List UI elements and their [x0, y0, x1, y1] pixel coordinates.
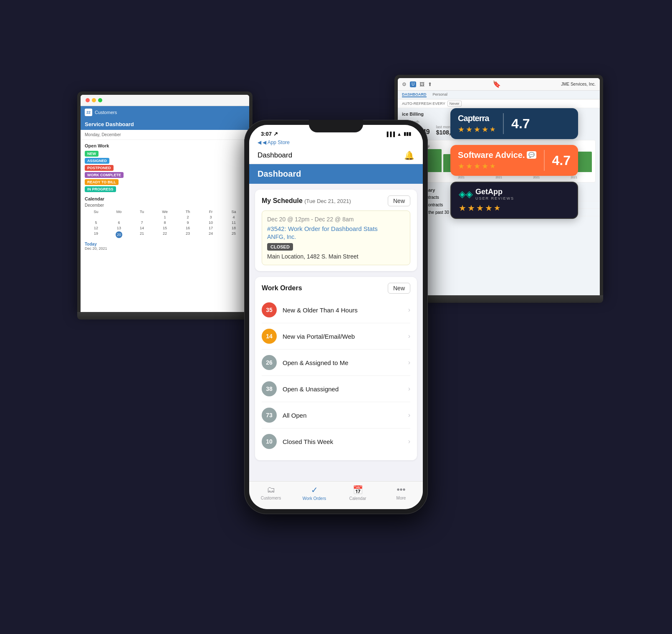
tab-work-orders[interactable]: ✓ Work Orders	[293, 485, 336, 501]
schedule-location: Main Location, 1482 S. Main Street	[267, 253, 405, 260]
chevron-right-icon: ›	[408, 359, 410, 366]
cal-day: 8	[154, 220, 176, 225]
phone-nav-title: Dashboard	[258, 151, 292, 160]
laptop-left-tab-bar: 22 Customers	[81, 106, 249, 119]
schedule-work-order-link[interactable]: #3542: Work Order for Dashboard Stats	[267, 225, 405, 232]
wo-row-open-assigned[interactable]: 26 Open & Assigned to Me ›	[262, 350, 410, 376]
auto-refresh-label: AUTO-REFRESH EVERY	[402, 101, 445, 106]
laptop-left-subtitle: Monday, December	[81, 130, 249, 140]
bell-icon[interactable]: 🔔	[404, 150, 414, 160]
calendar-section: Calendar December Su Mo Tu We Th Fr Sa 1	[81, 193, 249, 254]
nav-personal[interactable]: Personal	[433, 92, 448, 97]
badge-ready-to-bill: READY TO BILL	[85, 179, 119, 185]
wo-label-closed-week: Closed This Week	[283, 438, 402, 445]
maximize-dot[interactable]	[98, 98, 102, 102]
cal-day	[85, 215, 107, 220]
calendar-grid: Su Mo Tu We Th Fr Sa 1 2 3 4	[85, 209, 245, 238]
nav-dashboard[interactable]: DASHBOARD	[402, 92, 427, 97]
capterra-score: 4.7	[511, 116, 530, 132]
phone-content[interactable]: My Schedule (Tue Dec 21, 2021) New Dec 2…	[249, 184, 423, 481]
tab-customers[interactable]: 🗂 Customers	[249, 485, 293, 501]
cal-day: 5	[85, 220, 107, 225]
wo-label-new-portal: New via Portal/Email/Web	[283, 333, 402, 340]
bookmark-icon: 🔖	[493, 80, 501, 88]
cal-header-fr: Fr	[200, 209, 222, 214]
tab-calendar[interactable]: 📅 Calendar	[336, 485, 379, 501]
wo-row-closed-week[interactable]: 10 Closed This Week ›	[262, 429, 410, 454]
getapp-sub: USER REVIEWS	[475, 196, 514, 200]
wo-badge-35: 35	[262, 302, 277, 317]
laptop-left-title: Service Dashboard	[85, 121, 134, 127]
sa-star-4: ★	[482, 162, 488, 171]
wo-label-open-unassigned: Open & Unassigned	[283, 385, 402, 393]
software-advice-badge[interactable]: Software Advice. 💬 ★ ★ ★ ★ ★ 4.7	[450, 145, 578, 176]
getapp-badge[interactable]: ◈◈ GetApp USER REVIEWS ★ ★ ★ ★ ★	[450, 182, 578, 219]
cal-day: 23	[177, 231, 199, 238]
star-4: ★	[482, 125, 488, 134]
schedule-title: My Schedule (Tue Dec 21, 2021)	[262, 197, 351, 205]
cal-header-su: Su	[85, 209, 107, 214]
chevron-right-icon: ›	[408, 385, 410, 393]
laptop-left-header: Service Dashboard	[81, 119, 249, 130]
wo-row-open-unassigned[interactable]: 38 Open & Unassigned ›	[262, 376, 410, 402]
today-date: Dec 20, 2021	[85, 246, 245, 251]
schedule-item[interactable]: Dec 20 @ 12pm - Dec 22 @ 8am #3542: Work…	[262, 210, 410, 265]
user-icon: U	[410, 81, 416, 87]
back-bar[interactable]: ◀ ◀ App Store	[249, 139, 423, 148]
schedule-time: Dec 20 @ 12pm - Dec 22 @ 8am	[267, 216, 405, 223]
laptop-left-tab-label: Customers	[95, 110, 117, 115]
cal-day: 7	[131, 220, 153, 225]
cal-day: 13	[108, 226, 130, 231]
schedule-title-text: My Schedule	[262, 197, 303, 204]
gear-icon: ⚙	[402, 81, 407, 87]
open-work-title: Open Work	[81, 140, 249, 150]
tab-customers-label: Customers	[261, 496, 281, 500]
today-label: Today	[85, 242, 245, 246]
cal-day: 25	[222, 231, 245, 238]
badge-assigned: ASSIGNED	[85, 158, 109, 164]
sa-star-2: ★	[466, 162, 472, 171]
phone-header-title: Dashboard	[258, 169, 301, 178]
badge-work-complete: WORK COMPLETE	[85, 172, 124, 178]
wo-row-new-portal[interactable]: 14 New via Portal/Email/Web ›	[262, 323, 410, 350]
sa-star-half: ★	[490, 162, 495, 170]
bottom-spacer	[249, 460, 423, 469]
capterra-logo-area: Capterra ★ ★ ★ ★ ★	[458, 114, 495, 134]
cal-header-we: We	[154, 209, 176, 214]
getapp-stars-row: ★ ★ ★ ★ ★	[459, 203, 514, 213]
status-icons: ▐▐▐ ▲ ▮▮▮	[385, 131, 411, 137]
schedule-date: (Tue Dec 21, 2021)	[304, 198, 351, 204]
getapp-logo-area: ◈◈ GetApp USER REVIEWS ★ ★ ★ ★ ★	[459, 188, 514, 213]
cal-day: 16	[177, 226, 199, 231]
cal-day: 4	[222, 215, 245, 220]
schedule-new-button[interactable]: New	[388, 195, 410, 206]
tab-more[interactable]: ••• More	[379, 485, 423, 501]
minimize-dot[interactable]	[92, 98, 96, 102]
calendar-title: Calendar	[85, 196, 245, 201]
work-orders-header: Work Orders New	[262, 283, 410, 294]
wo-row-new-older[interactable]: 35 New & Older Than 4 Hours ›	[262, 297, 410, 323]
cal-header-sa: Sa	[222, 209, 245, 214]
close-dot[interactable]	[86, 98, 90, 102]
cal-day: 2	[177, 215, 199, 220]
signal-icon: ▐▐▐	[385, 132, 395, 137]
wo-row-all-open[interactable]: 73 All Open ›	[262, 402, 410, 429]
wo-badge-14: 14	[262, 329, 277, 344]
cal-day: 6	[108, 220, 130, 225]
work-orders-icon: ✓	[311, 485, 318, 495]
calendar-icon: 📅	[353, 485, 363, 495]
divider	[503, 113, 504, 134]
calendar-month: December	[85, 203, 245, 208]
wo-new-button[interactable]: New	[388, 283, 410, 294]
star-half: ★	[490, 125, 495, 133]
capterra-badge[interactable]: Capterra ★ ★ ★ ★ ★ 4.7	[450, 108, 578, 139]
wo-label-new-older: New & Older Than 4 Hours	[283, 307, 402, 314]
capterra-name: Capterra	[458, 114, 495, 123]
cal-day: 21	[131, 231, 153, 238]
image-icon: 🖼	[419, 81, 424, 87]
wo-badge-26: 26	[262, 355, 277, 370]
cal-day: 10	[200, 220, 222, 225]
phone-outer: 3:07 ↗ ▐▐▐ ▲ ▮▮▮ ◀ ◀ App Store Dashboard…	[244, 120, 428, 514]
cal-day: 1	[154, 215, 176, 220]
schedule-company: ANFG, Inc.	[267, 233, 405, 240]
